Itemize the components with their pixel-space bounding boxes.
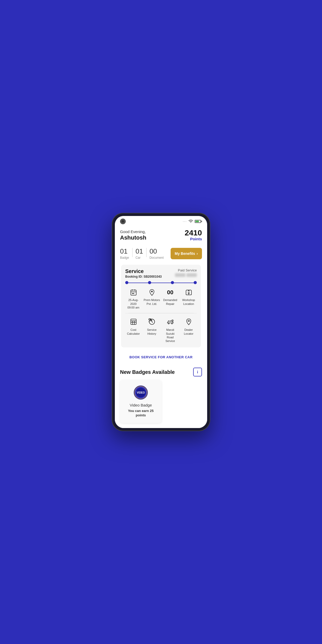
info-button[interactable]: i bbox=[193, 368, 202, 376]
service-item-dealer: Prem Motors Pvt. Ltd. bbox=[144, 288, 160, 309]
service-history-label: ServiceHistory bbox=[147, 328, 157, 335]
car-label: Car bbox=[136, 256, 141, 260]
svg-rect-5 bbox=[133, 293, 134, 294]
document-count: 00 bbox=[150, 247, 157, 255]
service-item-date: 25-Aug-202009:00 am bbox=[125, 288, 142, 309]
phone-screen: ··· bbox=[115, 216, 207, 428]
road-service-icon bbox=[165, 317, 176, 327]
svg-point-16 bbox=[171, 323, 172, 324]
status-bar: ··· bbox=[115, 216, 207, 226]
points-box: 2410 Points bbox=[185, 229, 202, 241]
wifi-icon bbox=[188, 219, 193, 224]
workshop-label: Workshop Location bbox=[180, 298, 197, 306]
status-right: ··· bbox=[183, 219, 202, 224]
dealer-locator-icon bbox=[184, 317, 194, 327]
quick-action-cost-calculator[interactable]: CostCalculator bbox=[125, 317, 142, 343]
document-label: Document bbox=[150, 256, 164, 260]
car-counter: 01 Car bbox=[136, 247, 143, 260]
service-title: Service bbox=[125, 268, 162, 274]
service-blurred bbox=[175, 273, 197, 277]
svg-rect-0 bbox=[131, 290, 136, 295]
car-count: 01 bbox=[136, 247, 143, 255]
my-benefits-label: My Benefits bbox=[175, 251, 195, 256]
service-item-workshop: Workshop Location bbox=[180, 288, 197, 309]
badges-header: New Badges Available i bbox=[120, 368, 202, 376]
road-service-label: Maruti SuzukiRoad Service bbox=[162, 328, 178, 343]
paid-service-label: Paid Service bbox=[175, 268, 197, 272]
repair-label: Demanded Repair bbox=[162, 298, 178, 306]
dealer-locator-label: DealerLocator bbox=[184, 328, 193, 335]
svg-text:VIDEO: VIDEO bbox=[137, 391, 145, 394]
badge-earn-text: You can earn 25 points bbox=[124, 409, 157, 418]
header-section: Good Evening, Ashutosh 2410 Points bbox=[115, 226, 207, 245]
service-history-icon bbox=[147, 317, 157, 327]
points-number: 2410 bbox=[185, 229, 202, 237]
service-item-repair: 00 Demanded Repair bbox=[162, 288, 178, 309]
timeline-dot-4 bbox=[194, 281, 197, 284]
calendar-icon bbox=[129, 288, 138, 297]
quick-action-service-history[interactable]: ServiceHistory bbox=[144, 317, 160, 343]
app-content: Good Evening, Ashutosh 2410 Points 01 Ba… bbox=[115, 226, 207, 428]
phone-frame: ··· bbox=[112, 213, 210, 431]
cost-calculator-icon bbox=[128, 317, 139, 327]
timeline-dots bbox=[125, 281, 197, 284]
timeline-dot-1 bbox=[125, 281, 128, 284]
counter-divider-1 bbox=[132, 248, 132, 257]
battery-icon bbox=[195, 220, 202, 223]
dealer-location-icon bbox=[147, 288, 157, 297]
book-another-section: BOOK SERVICE FOR ANOTHER CAR bbox=[115, 351, 207, 363]
service-info: Service Booking ID: SB20001043 bbox=[125, 268, 162, 278]
svg-point-6 bbox=[151, 291, 153, 292]
badge-image: VIDEO bbox=[134, 385, 148, 400]
greeting-text: Good Evening, bbox=[120, 229, 146, 234]
dealer-label: Prem Motors Pvt. Ltd. bbox=[144, 298, 160, 306]
timeline-dot-2 bbox=[148, 281, 151, 284]
info-icon: i bbox=[197, 370, 198, 374]
badge-card[interactable]: VIDEO Video Badge You can earn 25 points bbox=[120, 380, 162, 423]
main-scroll[interactable]: Good Evening, Ashutosh 2410 Points 01 Ba… bbox=[115, 226, 207, 428]
timeline-dot-3 bbox=[171, 281, 174, 284]
service-section: Service Booking ID: SB20001043 Paid Serv… bbox=[121, 265, 201, 347]
svg-point-7 bbox=[188, 292, 189, 294]
cost-calculator-label: CostCalculator bbox=[127, 328, 140, 335]
repair-icon: 00 bbox=[166, 288, 175, 297]
book-another-link[interactable]: BOOK SERVICE FOR ANOTHER CAR bbox=[129, 355, 193, 359]
service-timeline bbox=[125, 281, 197, 284]
badge-counter: 01 Badge bbox=[120, 247, 129, 260]
counter-divider-2 bbox=[146, 248, 146, 257]
quick-action-road-service[interactable]: Maruti SuzukiRoad Service bbox=[162, 317, 178, 343]
badges-title: New Badges Available bbox=[120, 369, 175, 375]
my-benefits-arrow: › bbox=[197, 251, 198, 256]
date-label: 25-Aug-202009:00 am bbox=[125, 298, 142, 309]
badges-section: New Badges Available i VIDEO bbox=[115, 363, 207, 425]
svg-point-15 bbox=[168, 323, 169, 324]
svg-rect-8 bbox=[131, 319, 136, 325]
counter-row: 01 Badge 01 Car 00 Document My Benefits bbox=[115, 245, 207, 264]
svg-point-18 bbox=[188, 320, 190, 322]
booking-id: Booking ID: SB20001043 bbox=[125, 275, 162, 278]
user-name: Ashutosh bbox=[120, 234, 146, 241]
document-counter: 00 Document bbox=[150, 247, 164, 260]
my-benefits-button[interactable]: My Benefits › bbox=[171, 248, 202, 259]
badge-label: Badge bbox=[120, 256, 129, 260]
workshop-location-icon bbox=[184, 288, 193, 297]
status-left bbox=[120, 219, 126, 224]
paid-service-info: Paid Service bbox=[175, 268, 197, 277]
signal-dots-icon: ··· bbox=[183, 220, 187, 223]
greeting-block: Good Evening, Ashutosh bbox=[120, 229, 146, 241]
insurance-section: Insurance Valid Till bbox=[115, 425, 207, 428]
quick-actions: CostCalculator bbox=[125, 313, 197, 344]
badge-name: Video Badge bbox=[130, 403, 152, 407]
quick-action-dealer-locator[interactable]: DealerLocator bbox=[180, 317, 197, 343]
points-label: Points bbox=[185, 237, 202, 241]
camera-icon bbox=[120, 219, 126, 224]
service-header: Service Booking ID: SB20001043 Paid Serv… bbox=[125, 268, 197, 278]
svg-rect-4 bbox=[132, 293, 133, 294]
badge-count: 01 bbox=[120, 247, 128, 255]
service-items: 25-Aug-202009:00 am bbox=[125, 288, 197, 309]
